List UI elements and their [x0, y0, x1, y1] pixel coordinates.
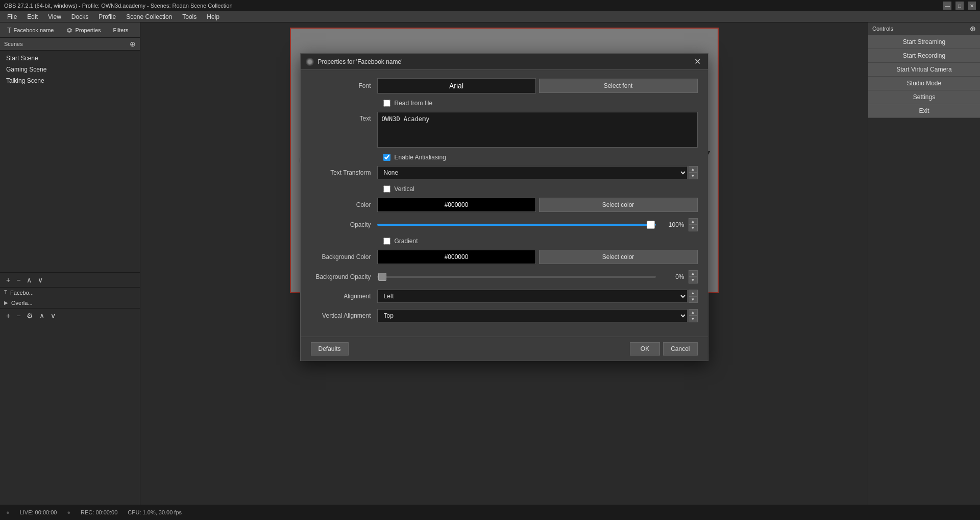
scene-up-button[interactable]: ∧: [24, 275, 34, 285]
opacity-label: Opacity: [311, 221, 377, 228]
cancel-button[interactable]: Cancel: [663, 342, 697, 356]
vertical-checkbox[interactable]: [383, 185, 390, 193]
source-remove-button[interactable]: −: [14, 311, 22, 321]
bg-opacity-slider-area: 0% ▲ ▼: [377, 270, 698, 283]
modal-footer-right: OK Cancel: [630, 342, 698, 356]
opacity-slider[interactable]: [377, 224, 656, 226]
obs-logo-icon: [306, 58, 314, 66]
gradient-label: Gradient: [395, 238, 418, 245]
bg-color-label: Background Color: [311, 253, 377, 261]
scene-item-talking[interactable]: Talking Scene: [0, 75, 140, 86]
select-font-button[interactable]: Select font: [539, 79, 698, 93]
source-add-button[interactable]: +: [4, 311, 12, 321]
status-bar: ● LIVE: 00:00:00 ● REC: 00:00:00 CPU: 1.…: [0, 505, 980, 520]
read-from-file-row: Read from file: [311, 100, 698, 107]
bg-opacity-thumb: [378, 273, 386, 281]
bg-opacity-label: Background Opacity: [311, 273, 377, 280]
text-textarea[interactable]: OWN3D Academy: [377, 112, 698, 148]
center-area: OWN3D Academy Properties for 'Facebook n…: [140, 22, 868, 505]
scene-remove-button[interactable]: −: [14, 275, 22, 285]
menu-tools[interactable]: Tools: [177, 12, 202, 21]
properties-label: Properties: [75, 27, 101, 33]
opacity-slider-area: 100% ▲ ▼: [377, 218, 698, 231]
source-gear-button[interactable]: ⚙: [24, 311, 35, 321]
bg-select-color-button[interactable]: Select color: [539, 250, 698, 264]
antialiasing-checkbox[interactable]: [383, 154, 390, 161]
maximize-button[interactable]: □: [955, 2, 964, 10]
source-item-facebook[interactable]: T Facebo...: [0, 288, 140, 298]
minimize-button[interactable]: —: [943, 2, 951, 10]
controls-header: Controls ⊕: [868, 22, 980, 35]
menu-file[interactable]: File: [2, 12, 22, 21]
scenes-section-header: Scenes ⊕: [0, 38, 140, 51]
settings-button[interactable]: Settings: [868, 90, 980, 104]
source-down-button[interactable]: ∨: [48, 311, 58, 321]
properties-button[interactable]: Properties: [63, 26, 104, 35]
bg-opacity-row: Background Opacity 0% ▲ ▼: [311, 270, 698, 283]
title-bar-text: OBS 27.2.1 (64-bit, windows) - Profile: …: [4, 3, 233, 9]
scene-add-button[interactable]: +: [4, 275, 12, 285]
source-type-icon: T Facebook name: [4, 25, 57, 35]
alignment-down[interactable]: ▼: [689, 296, 698, 303]
source-up-button[interactable]: ∧: [37, 311, 46, 321]
start-streaming-button[interactable]: Start Streaming: [868, 35, 980, 49]
menu-view[interactable]: View: [43, 12, 66, 21]
media-source-icon: ▶: [4, 300, 8, 305]
text-transform-label: Text Transform: [311, 169, 377, 176]
vert-alignment-up[interactable]: ▲: [689, 309, 698, 316]
font-value-input[interactable]: [377, 78, 536, 93]
read-from-file-label: Read from file: [395, 100, 433, 107]
gear-icon: [66, 27, 73, 34]
modal-close-button[interactable]: ✕: [692, 57, 703, 66]
sources-panel: T Facebo... ▶ Overla... + − ⚙ ∧ ∨: [0, 287, 140, 505]
exit-button[interactable]: Exit: [868, 104, 980, 118]
ok-button[interactable]: OK: [630, 342, 660, 356]
opacity-up[interactable]: ▲: [689, 218, 698, 225]
text-transform-select[interactable]: None Uppercase Lowercase: [377, 166, 688, 179]
menu-scene-collection[interactable]: Scene Collection: [121, 12, 177, 21]
gradient-checkbox[interactable]: [383, 238, 390, 245]
bg-color-swatch[interactable]: #000000: [377, 250, 536, 264]
scene-down-button[interactable]: ∨: [36, 275, 45, 285]
filters-button[interactable]: Filters: [110, 26, 132, 34]
filters-label: Filters: [113, 27, 129, 33]
left-panel: T Facebook name Properties Filters Scene…: [0, 22, 140, 505]
scene-item-start[interactable]: Start Scene: [0, 53, 140, 64]
menu-edit[interactable]: Edit: [22, 12, 43, 21]
text-row: Text OWN3D Academy: [311, 112, 698, 148]
menu-help[interactable]: Help: [202, 12, 225, 21]
vertical-label: Vertical: [395, 185, 414, 193]
select-color-button[interactable]: Select color: [539, 198, 698, 212]
scene-item-gaming[interactable]: Gaming Scene: [0, 64, 140, 75]
start-virtual-camera-button[interactable]: Start Virtual Camera: [868, 63, 980, 77]
studio-mode-button[interactable]: Studio Mode: [868, 77, 980, 90]
text-transform-down[interactable]: ▼: [689, 173, 698, 179]
menu-profile[interactable]: Profile: [93, 12, 121, 21]
vert-alignment-down[interactable]: ▼: [689, 316, 698, 322]
source-item-overlay[interactable]: ▶ Overla...: [0, 298, 140, 308]
title-bar-controls: — □ ✕: [943, 2, 976, 10]
bg-opacity-up[interactable]: ▲: [689, 270, 698, 277]
scenes-header-icon: ⊕: [130, 40, 136, 48]
scenes-list-controls: + − ∧ ∨: [0, 272, 140, 287]
read-from-file-checkbox[interactable]: [383, 100, 390, 107]
bg-opacity-down[interactable]: ▼: [689, 277, 698, 283]
text-transform-up[interactable]: ▲: [689, 166, 698, 173]
alignment-up[interactable]: ▲: [689, 290, 698, 296]
source-item-facebook-label: Facebo...: [10, 290, 34, 296]
alignment-spinners: ▲ ▼: [689, 290, 698, 303]
defaults-button[interactable]: Defaults: [311, 342, 349, 356]
menu-docks[interactable]: Docks: [66, 12, 93, 21]
color-control-area: #000000 Select color: [377, 198, 698, 212]
controls-header-icon: ⊕: [970, 25, 976, 33]
opacity-down[interactable]: ▼: [689, 225, 698, 231]
color-swatch[interactable]: #000000: [377, 198, 536, 212]
properties-modal: Properties for 'Facebook name' ✕ Font Se…: [300, 53, 708, 361]
bg-opacity-slider[interactable]: [377, 276, 656, 278]
vert-alignment-select[interactable]: Top Center Bottom: [377, 309, 688, 322]
close-button[interactable]: ✕: [968, 2, 976, 10]
source-name-label: Facebook name: [14, 27, 54, 33]
alignment-select[interactable]: Left Center Right: [377, 290, 688, 303]
color-row: Color #000000 Select color: [311, 198, 698, 212]
start-recording-button[interactable]: Start Recording: [868, 49, 980, 63]
